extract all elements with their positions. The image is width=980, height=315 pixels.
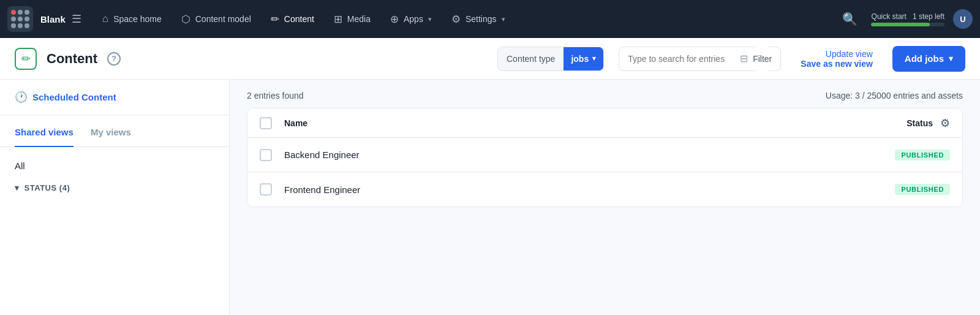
gear-icon[interactable]: ⚙ (940, 116, 950, 130)
settings-icon: ⚙ (451, 13, 461, 26)
apps-icon: ⊕ (390, 13, 399, 26)
col-status: Status (907, 118, 933, 128)
row-checkbox-0[interactable] (260, 149, 272, 161)
page-title: Content (47, 51, 97, 67)
apps-caret-icon: ▾ (428, 15, 432, 23)
tab-shared-views[interactable]: Shared views (15, 118, 74, 147)
main-layout: 🕐 Scheduled Content Shared views My view… (0, 80, 980, 315)
nav-item-apps[interactable]: ⊕ Apps ▾ (382, 9, 440, 29)
row-name-0: Backend Engineer (284, 150, 895, 160)
filter-icon: ⊟ (740, 53, 748, 64)
sidebar-content: All ▾ STATUS (4) (0, 147, 229, 315)
entries-header: 2 entries found Usage: 3 / 25000 entries… (230, 80, 980, 108)
help-button[interactable]: ? (107, 52, 121, 66)
settings-caret-icon: ▾ (502, 15, 505, 23)
nav-item-content-model[interactable]: ⬡ Content model (173, 9, 260, 29)
top-nav: Blank ☰ ⌂ Space home ⬡ Content model ✏ C… (0, 0, 980, 38)
nav-item-media[interactable]: ⊞ Media (325, 9, 379, 29)
scheduled-content-link[interactable]: 🕐 Scheduled Content (0, 80, 229, 115)
sub-header: ✏ Content ? Content type jobs ▾ ⊟ Filter… (0, 38, 980, 80)
filter-button[interactable]: Filter (753, 47, 772, 71)
menu-icon[interactable]: ☰ (72, 12, 81, 26)
search-icon[interactable]: 🔍 (839, 8, 861, 30)
table-row[interactable]: Backend Engineer PUBLISHED (247, 138, 962, 172)
col-name: Name (284, 118, 907, 128)
status-badge-0: PUBLISHED (895, 150, 950, 161)
table-header-row: Name Status ⚙ (247, 108, 962, 138)
content-type-badge[interactable]: jobs ▾ (564, 47, 603, 70)
status-badge-1: PUBLISHED (895, 184, 950, 195)
content-type-filter: Content type jobs ▾ (497, 47, 604, 71)
table-row[interactable]: Frontend Engineer PUBLISHED (247, 172, 962, 207)
row-name-1: Frontend Engineer (284, 184, 895, 195)
quick-start-bar (871, 23, 944, 26)
entries-table: Name Status ⚙ Backend Engineer PUBLISHED… (247, 108, 963, 207)
sidebar-section-status[interactable]: ▾ STATUS (4) (0, 177, 229, 199)
add-jobs-button[interactable]: Add jobs ▾ (892, 46, 965, 72)
content-nav-icon: ✏ (271, 13, 279, 26)
badge-caret-icon: ▾ (592, 55, 596, 63)
entries-usage: Usage: 3 / 25000 entries and assets (826, 91, 963, 101)
sidebar-tabs: Shared views My views (0, 118, 229, 147)
add-btn-caret-icon: ▾ (949, 54, 953, 63)
entries-count: 2 entries found (247, 91, 304, 101)
content-model-icon: ⬡ (181, 13, 190, 26)
search-input-wrap: ⊟ Filter (619, 47, 781, 71)
update-view-link[interactable]: Update view (826, 49, 873, 59)
avatar[interactable]: U (953, 9, 973, 29)
search-input[interactable] (628, 54, 735, 64)
clock-icon: 🕐 (15, 91, 28, 104)
content-type-label: Content type (498, 54, 564, 64)
home-icon: ⌂ (102, 13, 108, 25)
nav-item-content[interactable]: ✏ Content (262, 9, 323, 29)
sidebar-item-all[interactable]: All (0, 154, 229, 177)
content-page-icon: ✏ (15, 48, 37, 70)
view-actions: Update view Save as new view (801, 49, 873, 69)
row-checkbox-1[interactable] (260, 183, 272, 195)
select-all-checkbox[interactable] (260, 117, 272, 129)
content-area: 2 entries found Usage: 3 / 25000 entries… (230, 80, 980, 315)
nav-logo[interactable] (7, 6, 33, 32)
tab-my-views[interactable]: My views (91, 118, 131, 147)
save-view-link[interactable]: Save as new view (801, 59, 873, 69)
sidebar: 🕐 Scheduled Content Shared views My view… (0, 80, 230, 315)
chevron-down-icon: ▾ (15, 183, 20, 192)
nav-item-settings[interactable]: ⚙ Settings ▾ (443, 9, 514, 29)
nav-brand: Blank (40, 14, 66, 25)
media-icon: ⊞ (334, 13, 342, 26)
nav-item-space-home[interactable]: ⌂ Space home (94, 9, 170, 29)
quick-start: Quick start 1 step left (871, 12, 944, 26)
